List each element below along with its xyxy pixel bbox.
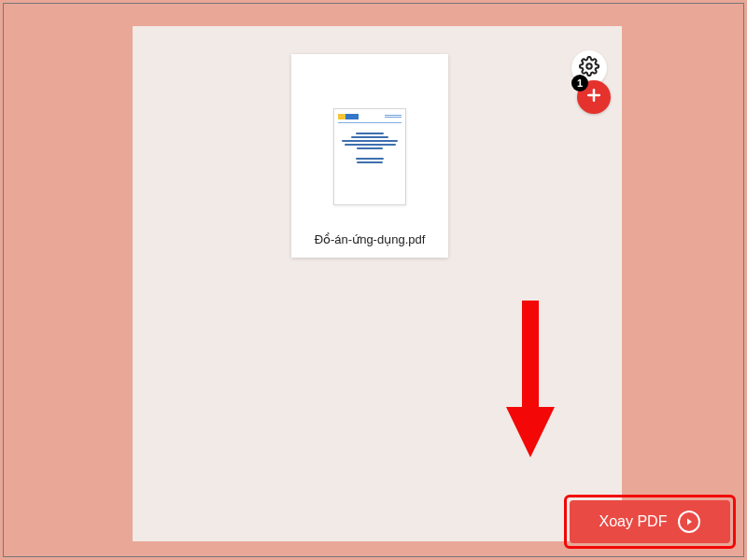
add-file-button[interactable]: 1 [577,80,611,114]
primary-button-highlight: Xoay PDF [564,495,736,549]
doc-logo [338,114,359,119]
screenshot-frame: 1 [3,3,744,557]
tutorial-arrow-icon [502,301,558,463]
file-count-badge: 1 [571,75,588,91]
rotate-pdf-button[interactable]: Xoay PDF [570,500,730,543]
doc-body-lines [338,133,402,163]
doc-header-text [385,115,402,119]
file-name: Đồ-án-ứng-dụng.pdf [291,232,448,246]
file-tile[interactable]: Đồ-án-ứng-dụng.pdf [291,54,448,258]
svg-point-0 [586,63,592,69]
svg-rect-3 [522,301,539,411]
main-panel: 1 [133,26,622,541]
primary-button-label: Xoay PDF [599,513,668,530]
arrow-right-circle-icon [678,511,700,533]
document-thumbnail [333,108,406,205]
svg-marker-4 [506,407,555,457]
plus-icon [585,86,603,108]
badge-count: 1 [577,77,583,89]
